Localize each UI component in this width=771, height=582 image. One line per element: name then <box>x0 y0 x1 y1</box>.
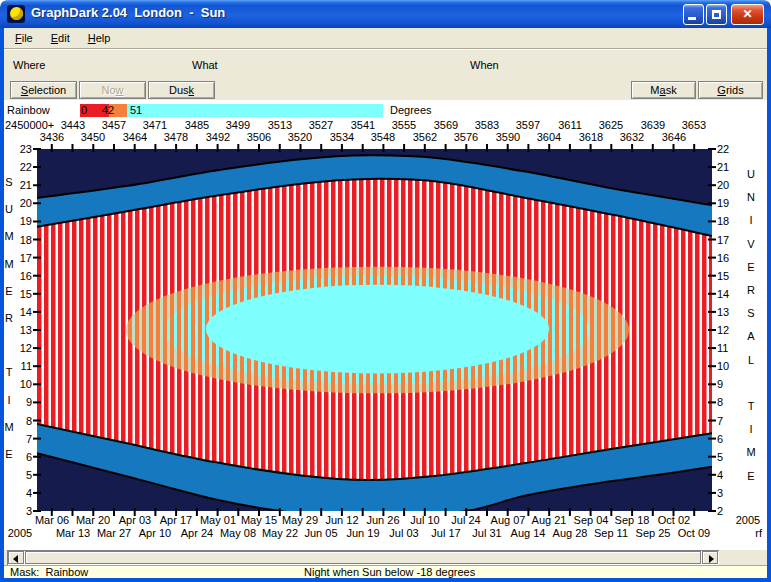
menu-help[interactable]: Help <box>79 30 120 46</box>
right-hour-label: 17 <box>717 234 739 247</box>
minimize-icon <box>688 17 696 20</box>
left-hour-label: 19 <box>10 215 32 228</box>
when-label: When <box>470 59 499 71</box>
right-hour-label: 9 <box>717 378 739 391</box>
universal-time-letter: E <box>744 470 758 483</box>
title-bar[interactable]: GraphDark 2.04 London - Sun ✕ <box>0 0 771 28</box>
julian-day-label: 3464 <box>113 131 157 144</box>
julian-day-label: 3604 <box>527 131 571 144</box>
altitude-51deg-core <box>206 285 549 374</box>
mask-button[interactable]: Mask <box>631 81 696 99</box>
maximize-button[interactable] <box>706 4 727 25</box>
summer-time-letter: E <box>2 285 16 298</box>
universal-time-letter: N <box>744 191 758 204</box>
year-label-right: 2005 <box>731 514 765 527</box>
right-hour-label: 3 <box>717 487 739 500</box>
universal-time-letter: V <box>744 238 758 251</box>
right-hour-label: 20 <box>717 179 739 192</box>
universal-time-letter: R <box>744 284 758 297</box>
dusk-button[interactable]: Dusk <box>148 81 215 99</box>
horizontal-scrollbar[interactable] <box>7 550 719 565</box>
summer-time-letter: R <box>2 312 16 325</box>
minimize-button[interactable] <box>683 4 704 25</box>
action-toolbar: Selection Now Dusk Mask Grids <box>4 79 767 101</box>
corner-label: rf <box>736 527 762 540</box>
close-icon: ✕ <box>742 7 752 21</box>
x-date-label: Aug 14 <box>504 527 552 540</box>
julian-day-label: 3632 <box>610 131 654 144</box>
x-date-label: Mar 20 <box>69 514 117 527</box>
left-hour-label: 22 <box>10 161 32 174</box>
left-hour-label: 7 <box>10 433 32 446</box>
julian-day-label: 3478 <box>154 131 198 144</box>
left-hour-label: 23 <box>10 143 32 156</box>
left-hour-label: 16 <box>10 270 32 283</box>
summer-time-letter: T <box>2 366 16 379</box>
universal-time-letter: T <box>744 400 758 413</box>
universal-time-letter: S <box>744 307 758 320</box>
right-hour-label: 18 <box>717 215 739 228</box>
left-hour-label: 5 <box>10 469 32 482</box>
mask-name-label: Rainbow <box>7 104 50 117</box>
x-date-label: Sep 11 <box>587 527 635 540</box>
x-date-label: Jun 26 <box>359 514 407 527</box>
right-hour-label: 5 <box>717 451 739 464</box>
scroll-right-button[interactable] <box>702 551 718 564</box>
left-hour-label: 10 <box>10 378 32 391</box>
graphdark-window: GraphDark 2.04 London - Sun ✕ FileEditHe… <box>0 0 771 582</box>
left-hour-label: 4 <box>10 487 32 500</box>
x-date-label: Apr 17 <box>152 514 200 527</box>
julian-day-label: 3576 <box>444 131 488 144</box>
right-hour-label: 12 <box>717 324 739 337</box>
julian-day-label: 3646 <box>652 131 696 144</box>
summer-time-letter: E <box>2 448 16 461</box>
close-button[interactable]: ✕ <box>731 4 764 25</box>
window-title: GraphDark 2.04 London - Sun <box>31 5 225 20</box>
julian-day-label: 3590 <box>486 131 530 144</box>
now-button: Now <box>79 81 146 99</box>
right-hour-label: 22 <box>717 143 739 156</box>
year-label-left: 2005 <box>3 527 37 540</box>
left-hour-label: 13 <box>10 324 32 337</box>
universal-time-letter: I <box>744 214 758 227</box>
scrollbar-thumb[interactable] <box>25 551 701 564</box>
right-hour-label: 16 <box>717 252 739 265</box>
right-hour-label: 13 <box>717 306 739 319</box>
grids-button[interactable]: Grids <box>698 81 763 99</box>
legend-stop-0: 0 <box>81 104 87 117</box>
menu-bar: FileEditHelp <box>4 28 769 49</box>
summer-time-letter: I <box>2 394 16 407</box>
summer-time-letter: M <box>2 258 16 271</box>
summer-time-letter: M <box>2 421 16 434</box>
legend-cyan-segment <box>127 104 383 117</box>
menu-edit[interactable]: Edit <box>42 30 79 46</box>
right-hour-label: 7 <box>717 415 739 428</box>
arrow-left-icon <box>13 555 18 563</box>
app-icon <box>7 5 25 23</box>
selection-button[interactable]: Selection <box>10 81 77 99</box>
menu-file[interactable]: File <box>6 30 42 46</box>
scroll-left-button[interactable] <box>8 551 24 564</box>
x-date-label: Oct 09 <box>670 527 718 540</box>
summer-time-letter: M <box>2 230 16 243</box>
right-hour-label: 21 <box>717 161 739 174</box>
julian-day-label: 3506 <box>237 131 281 144</box>
universal-time-letter: U <box>744 168 758 181</box>
sun-graph-canvas[interactable] <box>32 143 717 517</box>
summer-time-letter: U <box>2 203 16 216</box>
where-label: Where <box>13 59 45 71</box>
right-hour-label: 15 <box>717 270 739 283</box>
julian-day-label: 3450 <box>71 131 115 144</box>
legend-stop-51: 51 <box>130 104 142 117</box>
right-hour-label: 4 <box>717 469 739 482</box>
x-date-label: Sep 18 <box>608 514 656 527</box>
summer-time-letter: S <box>2 176 16 189</box>
right-hour-label: 11 <box>717 342 739 355</box>
right-hour-label: 10 <box>717 360 739 373</box>
universal-time-letter: A <box>744 330 758 343</box>
legend-stop-42: 42 <box>102 104 114 117</box>
x-date-label: Oct 02 <box>650 514 698 527</box>
status-bar: Mask: Rainbow Night when Sun below -18 d… <box>4 565 767 579</box>
right-hour-label: 8 <box>717 396 739 409</box>
julian-day-label: 3436 <box>30 131 74 144</box>
